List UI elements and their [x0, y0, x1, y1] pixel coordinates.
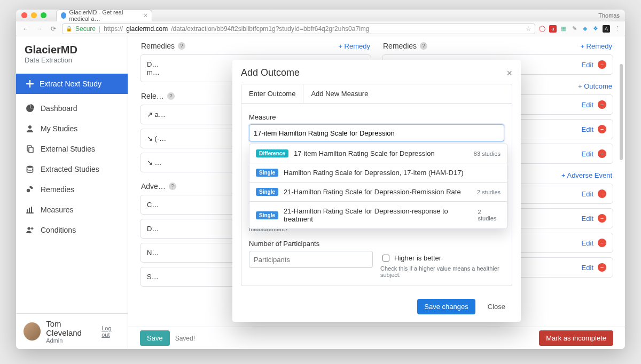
measure-option-count: 2 studies: [478, 209, 501, 221]
row-text: ↗ a…: [147, 110, 166, 118]
ext-icon[interactable]: ✎: [570, 25, 578, 33]
row-text: D…: [147, 225, 159, 233]
delete-icon[interactable]: −: [598, 239, 606, 247]
save-changes-button[interactable]: Save changes: [417, 299, 475, 314]
ext-icon[interactable]: ▦: [560, 25, 567, 33]
section-title: Rele…: [141, 92, 164, 100]
measure-option[interactable]: SingleHamilton Rating Scale for Depressi…: [249, 163, 507, 182]
forward-button[interactable]: →: [34, 25, 45, 33]
sidebar-item-dashboard[interactable]: Dashboard: [16, 98, 128, 118]
extension-icons: ◯ a ▦ ✎ ◆ ❖ A ⋮: [538, 25, 621, 33]
ext-icon[interactable]: a: [549, 25, 557, 33]
edit-link[interactable]: Edit: [582, 215, 593, 223]
ext-icon[interactable]: ◯: [538, 25, 546, 33]
add-outcome-link[interactable]: + Outcome: [578, 82, 612, 90]
sidebar-item-label: External Studies: [41, 145, 95, 153]
modal-close-icon[interactable]: ×: [506, 68, 512, 78]
svg-point-0: [28, 125, 32, 129]
higher-help: Check this if a higher value means a hea…: [380, 265, 504, 278]
delete-icon[interactable]: −: [598, 149, 606, 158]
profile-name: Tom Cleveland: [46, 319, 96, 337]
mark-incomplete-button[interactable]: Mark as incomplete: [539, 330, 613, 346]
logout-link[interactable]: Log out: [101, 325, 120, 338]
extract-next-study-button[interactable]: Extract Next Study: [16, 74, 128, 94]
add-remedy-link[interactable]: + Remedy: [580, 42, 612, 50]
scrollbar[interactable]: [619, 64, 624, 326]
sidebar-item-label: Measures: [41, 205, 73, 214]
delete-icon[interactable]: −: [598, 125, 606, 133]
traffic-lights: [21, 12, 46, 18]
add-outcome-modal: Add Outcome × Enter Outcome Add New Meas…: [232, 60, 521, 322]
help-icon[interactable]: ?: [169, 183, 176, 190]
tab-enter-outcome[interactable]: Enter Outcome: [241, 84, 303, 103]
delete-icon[interactable]: −: [598, 100, 606, 109]
back-button[interactable]: ←: [20, 25, 31, 33]
sidebar-item-label: Conditions: [41, 226, 76, 234]
address-bar[interactable]: 🔒 Secure | https://glaciermd.com/data/ex…: [62, 23, 535, 34]
row-text: ↘ (-…: [147, 134, 166, 143]
help-icon[interactable]: ?: [167, 92, 175, 100]
user-icon: [26, 124, 34, 133]
modal-tabs: Enter Outcome Add New Measure: [241, 84, 512, 104]
sidebar-item-extracted-studies[interactable]: Extracted Studies: [16, 159, 128, 179]
browser-menu-icon[interactable]: ⋮: [613, 25, 621, 33]
edit-link[interactable]: Edit: [582, 190, 593, 198]
row-text: S…: [147, 273, 159, 281]
maximize-window-icon[interactable]: [41, 12, 46, 18]
sidebar: GlacierMD Data Extraction Extract Next S…: [16, 36, 128, 349]
row-text: ↘ …: [147, 159, 162, 167]
ext-icon[interactable]: ❖: [592, 25, 599, 33]
measure-option[interactable]: Single21-Hamilton Rating Scale for Depre…: [249, 201, 507, 228]
tab-add-new-measure[interactable]: Add New Measure: [303, 84, 376, 103]
measure-input[interactable]: [249, 124, 504, 141]
bar-chart-icon: [26, 205, 34, 214]
single-badge: Single: [256, 211, 278, 219]
sidebar-item-conditions[interactable]: Conditions: [16, 220, 128, 240]
edit-link[interactable]: Edit: [582, 239, 593, 247]
browser-tab[interactable]: GlacierMD - Get real medical a… ×: [56, 10, 152, 21]
ext-icon[interactable]: ◆: [581, 25, 589, 33]
modal-title: Add Outcome: [241, 67, 300, 78]
measure-option-label: Hamilton Rating Scale for Depression, 17…: [284, 169, 464, 177]
delete-icon[interactable]: −: [598, 189, 606, 198]
edit-link[interactable]: Edit: [582, 101, 593, 109]
edit-link[interactable]: Edit: [582, 264, 593, 272]
save-button[interactable]: Save: [140, 330, 170, 346]
svg-rect-5: [29, 186, 33, 189]
close-window-icon[interactable]: [21, 12, 27, 18]
profile-menu-name[interactable]: Thomas: [598, 12, 620, 19]
help-icon[interactable]: ?: [178, 42, 185, 50]
avatar[interactable]: [24, 322, 41, 341]
edit-link[interactable]: Edit: [582, 125, 593, 133]
close-button[interactable]: Close: [481, 299, 512, 314]
sidebar-item-measures[interactable]: Measures: [16, 200, 128, 220]
higher-checkbox-row[interactable]: Higher is better: [380, 253, 504, 263]
sidebar-item-remedies[interactable]: Remedies: [16, 179, 128, 200]
titlebar: GlacierMD - Get real medical a… × Thomas: [16, 10, 625, 21]
sidebar-item-external-studies[interactable]: External Studies: [16, 139, 128, 159]
pie-chart-icon: [26, 104, 34, 113]
single-badge: Single: [256, 169, 278, 177]
delete-icon[interactable]: −: [598, 214, 606, 223]
higher-checkbox[interactable]: [382, 255, 389, 262]
bookmark-star-icon[interactable]: ☆: [526, 25, 531, 33]
measure-option[interactable]: Difference17-item Hamilton Rating Scale …: [249, 144, 507, 163]
url-scheme: https://: [104, 25, 123, 33]
add-remedy-link[interactable]: + Remedy: [338, 42, 370, 50]
measure-option-count: 2 studies: [477, 189, 501, 195]
tab-close-icon[interactable]: ×: [144, 12, 147, 19]
delete-icon[interactable]: −: [598, 60, 606, 69]
sidebar-item-my-studies[interactable]: My Studies: [16, 118, 128, 139]
reload-button[interactable]: ⟳: [48, 25, 59, 33]
delete-icon[interactable]: −: [598, 263, 606, 272]
participants-input[interactable]: [249, 251, 373, 268]
brand-name: GlacierMD: [25, 44, 119, 56]
edit-link[interactable]: Edit: [582, 150, 593, 158]
add-adverse-link[interactable]: + Adverse Event: [561, 171, 612, 179]
help-icon[interactable]: ?: [420, 42, 427, 50]
minimize-window-icon[interactable]: [31, 12, 37, 18]
url-host: glaciermd.com: [126, 25, 168, 33]
measure-option[interactable]: Single21-Hamilton Rating Scale for Depre…: [249, 182, 507, 201]
ext-icon[interactable]: A: [603, 25, 610, 33]
edit-link[interactable]: Edit: [582, 61, 593, 69]
